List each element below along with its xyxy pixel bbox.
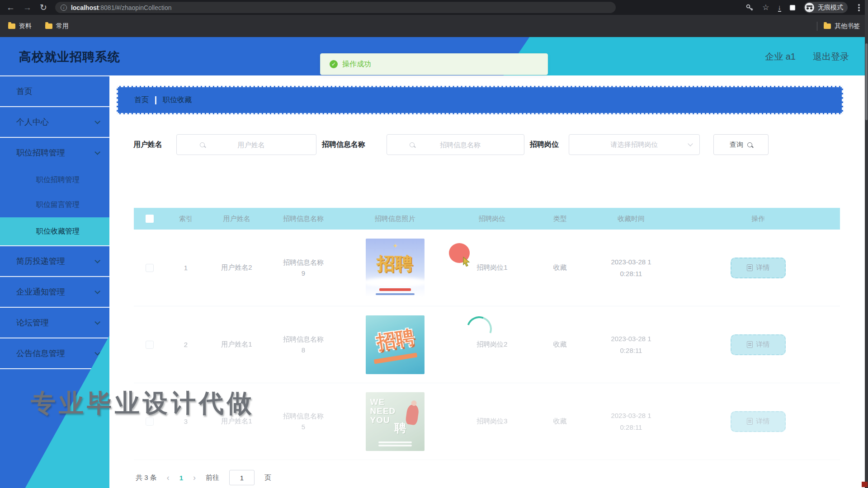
pagination: 共 3 条 ‹ 1 › 前往 页 <box>136 469 271 486</box>
success-toast: ✓ 操作成功 <box>320 53 548 75</box>
info-name-input[interactable] <box>419 141 501 149</box>
bookmark-label: 资料 <box>19 22 32 30</box>
username-input[interactable] <box>209 141 293 149</box>
table-row: 2 用户姓名1 招聘信息名称8 招聘 招聘岗位2 收藏 2023-03-28 1… <box>134 306 840 383</box>
cell-username: 用户姓名2 <box>206 263 267 272</box>
cell-index: 1 <box>165 264 206 272</box>
search-button[interactable]: 查询 <box>713 134 769 155</box>
search-icon <box>747 142 752 147</box>
chevron-down-icon <box>94 258 100 263</box>
tab-square-icon[interactable] <box>790 5 795 10</box>
url-text: localhost:8081/#/zhaopinCollection <box>71 4 172 11</box>
row-checkbox[interactable] <box>146 264 154 272</box>
recruit-poster-image[interactable]: 招聘 <box>366 315 425 374</box>
folder-icon <box>45 23 52 29</box>
next-page-icon[interactable]: › <box>193 473 196 483</box>
poster-text-bar <box>376 293 415 295</box>
url-path: :8081/#/zhaopinCollection <box>99 4 171 11</box>
detail-button[interactable]: 详情 <box>731 258 786 278</box>
sidebar-subitem-job-recruit[interactable]: 职位招聘管理 <box>0 168 109 192</box>
breadcrumb-home[interactable]: 首页 <box>134 95 149 105</box>
detail-button[interactable]: 详情 <box>731 334 786 355</box>
sidebar-subitem-job-message[interactable]: 职位留言管理 <box>0 192 109 217</box>
sidebar-item-label: 首页 <box>16 86 33 97</box>
prev-page-icon[interactable]: ‹ <box>167 473 170 483</box>
sidebar-item-announcement-mgmt[interactable]: 公告信息管理 <box>0 338 109 368</box>
sidebar-item-job-recruit-mgmt[interactable]: 职位招聘管理 <box>0 138 109 168</box>
cell-username: 用户姓名1 <box>206 340 267 349</box>
col-header-post: 招聘岗位 <box>450 215 534 223</box>
col-header-type: 类型 <box>534 215 586 223</box>
key-icon[interactable] <box>745 4 754 12</box>
forward-icon[interactable]: → <box>23 3 32 12</box>
bookmark-star-icon[interactable]: ☆ <box>762 3 769 12</box>
cell-post: 招聘岗位3 <box>450 417 534 426</box>
sidebar-item-resume-delivery[interactable]: 简历投递管理 <box>0 246 109 276</box>
recruit-poster-image[interactable]: ✦ 招聘 <box>366 239 425 297</box>
info-name-search-field[interactable] <box>387 134 524 155</box>
sidebar: 首页 个人中心 职位招聘管理 职位招聘管理 职位留言管理 职位收藏管理 简历投递… <box>0 75 109 488</box>
cell-type: 收藏 <box>534 340 586 349</box>
scrollbar-thumb[interactable] <box>865 43 868 120</box>
sidebar-item-forum-mgmt[interactable]: 论坛管理 <box>0 308 109 338</box>
poster-figure <box>405 404 420 425</box>
username-search-field[interactable] <box>176 134 316 155</box>
incognito-icon <box>805 3 814 12</box>
page-unit-label: 页 <box>264 474 271 482</box>
sidebar-item-label: 论坛管理 <box>16 317 49 328</box>
cell-time-line2: 0:28:11 <box>620 347 642 354</box>
cell-post: 招聘岗位2 <box>450 340 534 349</box>
current-page[interactable]: 1 <box>179 474 183 482</box>
chevron-down-icon <box>688 141 693 146</box>
poster-line: YOU <box>370 416 390 424</box>
detail-button[interactable]: 详情 <box>731 411 786 432</box>
breadcrumb: 首页 职位收藏 <box>117 86 843 114</box>
bookmark-folder-zl[interactable]: 资料 <box>8 22 32 30</box>
download-icon[interactable]: ↓ <box>778 4 782 12</box>
info-name-filter-label: 招聘信息名称 <box>322 140 365 150</box>
sidebar-subitem-job-collection-active[interactable]: 职位收藏管理 <box>0 217 109 245</box>
browser-toolbar: ← → ↻ i localhost:8081/#/zhaopinCollecti… <box>0 0 868 15</box>
post-select-placeholder: 请选择招聘岗位 <box>611 141 658 149</box>
other-bookmarks[interactable]: 其他书签 <box>824 22 860 30</box>
bookmark-folder-cy[interactable]: 常用 <box>45 22 69 30</box>
table-header: 索引 用户姓名 招聘信息名称 招聘信息照片 招聘岗位 类型 收藏时间 操作 <box>134 208 840 230</box>
sidebar-item-personal-center[interactable]: 个人中心 <box>0 107 109 137</box>
col-header-time: 收藏时间 <box>586 215 676 223</box>
folder-icon <box>824 23 831 29</box>
menu-dots-icon[interactable] <box>858 7 860 9</box>
chevron-down-icon <box>94 149 100 155</box>
refresh-icon[interactable]: ↻ <box>40 3 47 12</box>
recruit-poster-image[interactable]: WE NEED YOU 聘 <box>366 392 425 451</box>
cell-time-line1: 2023-03-28 1 <box>611 412 651 419</box>
page-info-icon[interactable]: i <box>61 5 67 11</box>
sidebar-subitem-label: 职位招聘管理 <box>36 175 80 185</box>
sidebar-item-company-notice[interactable]: 企业通知管理 <box>0 277 109 307</box>
row-checkbox[interactable] <box>146 341 154 349</box>
window-scrollbar[interactable] <box>865 0 868 488</box>
sidebar-item-label: 企业通知管理 <box>16 286 65 297</box>
address-bar[interactable]: i localhost:8081/#/zhaopinCollection <box>55 2 616 13</box>
sidebar-item-home[interactable]: 首页 <box>0 76 109 106</box>
select-all-checkbox[interactable] <box>146 215 154 223</box>
filter-bar: 用户姓名 招聘信息名称 招聘岗位 请选择招聘岗位 查询 <box>109 134 868 155</box>
cell-time-line1: 2023-03-28 1 <box>611 335 651 343</box>
sidebar-item-label: 简历投递管理 <box>16 256 65 267</box>
app-title: 高校就业招聘系统 <box>19 49 120 65</box>
col-header-info-name: 招聘信息名称 <box>267 215 340 223</box>
current-user-label[interactable]: 企业 a1 <box>765 51 796 63</box>
sidebar-item-label: 个人中心 <box>16 117 49 127</box>
logout-link[interactable]: 退出登录 <box>813 51 849 63</box>
search-button-label: 查询 <box>730 141 743 149</box>
search-icon <box>410 142 415 147</box>
post-select[interactable]: 请选择招聘岗位 <box>569 134 700 155</box>
goto-page-input[interactable] <box>229 470 255 485</box>
cell-time-line1: 2023-03-28 1 <box>611 258 651 266</box>
detail-button-label: 详情 <box>756 263 770 272</box>
cell-info-name: 招聘信息名称9 <box>283 257 324 279</box>
back-icon[interactable]: ← <box>6 3 15 12</box>
table-row: 1 用户姓名2 招聘信息名称9 ✦ 招聘 招聘岗位1 收藏 2023-03-28… <box>134 230 840 306</box>
cell-time-line2: 0:28:11 <box>620 423 642 431</box>
bookmarks-bar: 资料 常用 其他书签 <box>0 15 868 37</box>
sidebar-subitem-label: 职位收藏管理 <box>36 227 80 236</box>
